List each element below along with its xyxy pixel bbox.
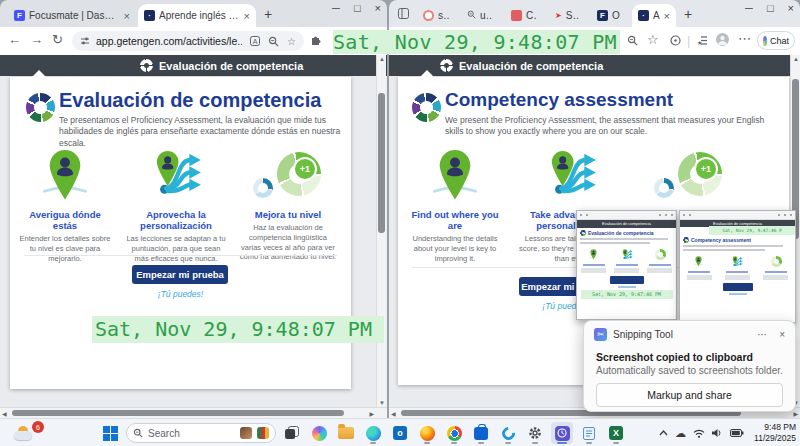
translate-icon[interactable]: A xyxy=(250,36,260,46)
browser-essentials-icon[interactable] xyxy=(670,34,681,49)
new-tab-button[interactable]: + xyxy=(264,6,272,22)
notepad-button[interactable] xyxy=(578,422,600,444)
map-pin-icon xyxy=(38,149,92,203)
file-explorer-button[interactable] xyxy=(335,422,357,444)
favorite-star-icon[interactable]: ☆ xyxy=(647,32,659,47)
wifi-icon[interactable] xyxy=(693,429,705,438)
tab-stickk[interactable]: stickK - xyxy=(417,4,459,27)
url-text: app.getengen.com/activities/le... xyxy=(96,35,242,47)
firefox-button[interactable] xyxy=(416,422,438,444)
plus-one-badge: +1 xyxy=(694,157,718,181)
feature-find-out: Find out where you are Understanding the… xyxy=(398,147,512,263)
forward-icon[interactable]: → xyxy=(30,32,43,47)
screenshot-thumbnail-spanish[interactable]: Evaluación de competencia Evaluación de … xyxy=(576,210,677,320)
window-controls: ─ □ × xyxy=(745,2,794,14)
task-view-button[interactable] xyxy=(281,422,303,444)
minimize-button[interactable]: ─ xyxy=(745,2,753,14)
feature-title: Mejora tu nivel xyxy=(238,209,338,220)
tab-focusmate[interactable]: F Focusmate | Dashboard × xyxy=(8,4,136,27)
mini-timestamp: Sat, Nov 29, 9:47:46 PM xyxy=(581,290,673,299)
close-button[interactable]: × xyxy=(375,2,381,14)
mini-feature-icons xyxy=(577,247,676,262)
getengen-ring-logo xyxy=(412,93,441,122)
pin-branching-arrows-icon xyxy=(145,150,207,202)
maximize-button[interactable]: □ xyxy=(354,2,361,14)
tab-credit[interactable]: Credit C xyxy=(505,4,547,27)
copilot-chat-button[interactable]: Chat xyxy=(757,31,795,50)
markup-and-share-button[interactable]: Markup and share xyxy=(596,383,783,407)
mini-banner: Evaluación de competencia xyxy=(577,220,676,228)
onedrive-cloud-icon[interactable]: ☁ xyxy=(675,427,686,440)
feature-personalization: Aprovecha la personalización Las leccion… xyxy=(120,147,232,263)
chrome-button[interactable] xyxy=(443,422,465,444)
battery-icon[interactable] xyxy=(730,429,744,437)
volume-icon[interactable] xyxy=(712,428,723,438)
favorites-list-icon[interactable]: ★ xyxy=(697,34,708,49)
extensions-icon[interactable] xyxy=(310,34,321,49)
page-banner: Evaluación de competencia xyxy=(389,55,800,76)
notification-subtitle: Automatically saved to screenshots folde… xyxy=(596,365,783,376)
settings-more-icon[interactable]: ⋯ xyxy=(738,31,751,46)
taskbar-weather-widget[interactable]: 6 xyxy=(8,419,72,446)
tab-getengen-active[interactable]: · Ap × xyxy=(632,4,676,27)
vertical-scrollbar[interactable]: ▲ ▼ xyxy=(376,55,386,407)
notification-close-icon[interactable]: × xyxy=(779,329,785,340)
microsoft-store-button[interactable] xyxy=(470,422,492,444)
horizontal-scrollbar[interactable]: ◀ ▶ xyxy=(0,407,387,418)
outlook-button[interactable]: o xyxy=(389,422,411,444)
search-icon xyxy=(133,428,143,438)
feature-desc: Entender los detalles sobre tu nivel es … xyxy=(16,234,114,263)
clock-app-button[interactable] xyxy=(551,422,573,444)
tab-getengen[interactable]: · Aprende inglés con ejempl... × xyxy=(138,4,256,27)
focusmate-favicon: F xyxy=(14,10,25,21)
mini-timestamp: Sat, Nov 29, 9:47:46 P xyxy=(709,226,795,235)
edge-button[interactable] xyxy=(362,422,384,444)
close-tab-icon[interactable]: × xyxy=(244,10,250,22)
feature-row: Averigua dónde estás Entender los detall… xyxy=(10,147,351,263)
store-icon xyxy=(474,427,488,440)
address-bar[interactable]: app.getengen.com/activities/le... A ☆ xyxy=(72,31,304,51)
edge-icon xyxy=(366,426,381,441)
notification-more-icon[interactable]: ⋯ xyxy=(757,329,767,340)
tab-ourbe[interactable]: F Our Be xyxy=(591,4,631,27)
close-tab-icon[interactable]: × xyxy=(664,10,670,22)
zoom-icon[interactable] xyxy=(627,34,638,49)
plus-one-badge: +1 xyxy=(293,157,317,181)
mini-cta-button xyxy=(723,283,753,291)
windows-logo-icon xyxy=(103,426,118,441)
taskbar-search-box[interactable]: Search xyxy=(126,423,276,443)
back-icon[interactable]: ← xyxy=(8,32,21,47)
feature-desc: Understanding the details about your lev… xyxy=(404,234,506,263)
start-button[interactable] xyxy=(99,422,121,444)
tab-usbank-search[interactable]: us bank xyxy=(461,4,503,27)
close-button[interactable]: × xyxy=(788,2,794,14)
notification-app-name: Snipping Tool xyxy=(613,329,745,340)
screenshot-thumbnail-english[interactable]: Evaluación de competencia Sat, Nov 29, 9… xyxy=(679,210,796,323)
maximize-button[interactable]: □ xyxy=(767,2,774,14)
getengen-favicon: · xyxy=(638,10,649,21)
search-placeholder: Search xyxy=(148,428,235,439)
tray-chevron-icon[interactable] xyxy=(659,430,668,436)
settings-button[interactable] xyxy=(524,422,546,444)
bookmark-star-icon[interactable]: ☆ xyxy=(287,36,296,47)
zoom-icon[interactable] xyxy=(268,36,279,47)
close-tab-icon[interactable]: × xyxy=(124,10,130,22)
firefox-icon xyxy=(420,426,435,441)
tab-seeif[interactable]: ➤ See If Y xyxy=(549,4,589,27)
feature-title: Aprovecha la personalización xyxy=(126,209,226,231)
taskbar-clock[interactable]: 9:48 PM 11/29/2025 xyxy=(754,422,796,443)
copilot-button[interactable] xyxy=(308,422,330,444)
excel-button[interactable]: X xyxy=(605,422,627,444)
tab-actions-icon[interactable] xyxy=(398,7,409,22)
swirl-app-button[interactable] xyxy=(497,422,519,444)
minimize-button[interactable]: ─ xyxy=(332,2,340,14)
snipping-tool-notification[interactable]: ✂ Snipping Tool ⋯ × Screenshot copied to… xyxy=(583,320,796,412)
new-tab-button[interactable]: + xyxy=(684,6,692,22)
gear-icon xyxy=(528,426,542,440)
mini-ring-logo xyxy=(580,230,586,236)
start-test-button[interactable]: Empezar mi prueba xyxy=(132,265,228,284)
reload-icon[interactable]: ↻ xyxy=(52,32,63,47)
profile-avatar[interactable] xyxy=(716,33,729,46)
tab-title: Focusmate | Dashboard xyxy=(29,10,120,21)
pin-branching-arrows-icon xyxy=(540,150,602,202)
